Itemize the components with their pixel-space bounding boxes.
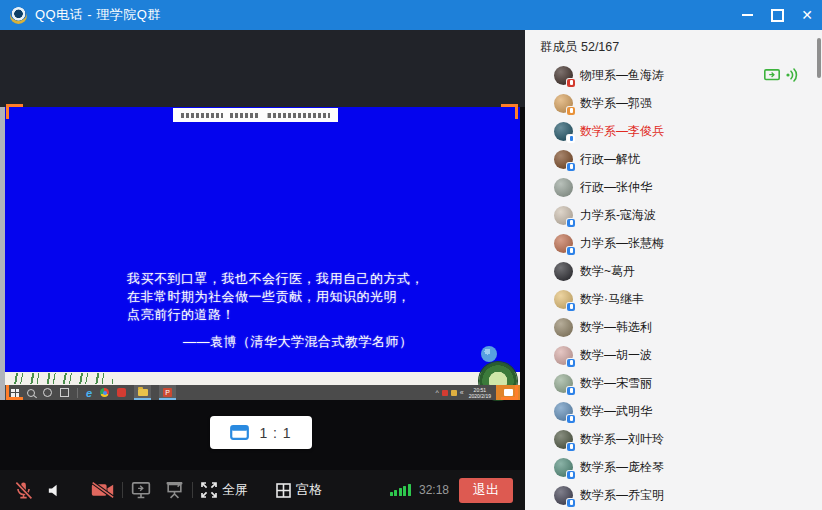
slide-attribution: ——袁博（清华大学混合式教学名师） [183,333,413,351]
green-calligraphy [13,373,113,384]
mic-muted-icon [14,481,33,500]
avatar [554,458,573,477]
mobile-badge-icon [567,415,575,423]
slide-line: 点亮前行的道路！ [127,306,424,324]
exit-button[interactable]: 退出 [459,478,513,503]
member-name: 数学·马继丰 [580,291,644,308]
member-row[interactable]: 数学·马继丰 [525,285,822,313]
projector-icon [165,481,184,499]
ie-icon: e [86,388,92,398]
mobile-badge-icon [567,443,575,451]
call-toolbar: 全屏 宫格 32:18 退出 [0,470,525,510]
members-header: 群成员 52/167 [540,39,822,56]
member-name: 数学系—李俊兵 [580,123,664,140]
mobile-badge-icon [567,135,575,143]
avatar [554,374,573,393]
members-panel: 群成员 52/167 物理系—鱼海涛 数学系—郭强 数学系—李俊兵 [525,30,822,510]
member-row[interactable]: 物理系—鱼海涛 [525,61,822,89]
qq-call-window: QQ电话 - 理学院Q群 ✕ 我买不到口罩，我也不会行医，我用自己的方式， 在非… [0,0,822,510]
member-name: 数学—胡一波 [580,347,652,364]
member-row[interactable]: 数学—韩选利 [525,313,822,341]
document-strip [5,372,520,385]
powerpoint-icon: P [159,385,176,400]
network-signal-icon [390,484,411,496]
member-row[interactable]: 行政—解忧 [525,145,822,173]
active-app-button [496,385,520,400]
camera-muted-button[interactable] [91,481,114,499]
avatar [554,402,573,421]
presentation-button[interactable] [165,481,184,499]
fullscreen-button[interactable]: 全屏 [201,481,248,499]
member-row[interactable]: 力学系—张慧梅 [525,229,822,257]
slide-line: 我买不到口罩，我也不会行医，我用自己的方式， [127,270,424,288]
avatar [554,262,573,281]
screen-share-view: 我买不到口罩，我也不会行医，我用自己的方式， 在非常时期为社会做一些贡献，用知识… [0,30,525,510]
avatar [554,122,573,141]
member-name: 行政—解忧 [580,151,640,168]
search-icon [27,389,35,397]
mobile-badge-icon [567,471,575,479]
window-title: QQ电话 - 理学院Q群 [35,6,161,24]
microphone-muted-button[interactable] [14,481,33,500]
minimize-button[interactable] [732,0,762,30]
speaking-icon [786,68,798,82]
mobile-badge-icon [567,107,575,115]
ratio-1-1-button[interactable]: 1 : 1 [210,416,312,449]
maximize-button[interactable] [762,0,792,30]
member-row[interactable]: 数学~葛丹 [525,257,822,285]
tray-red-icon [442,390,448,396]
member-name: 数学—韩选利 [580,319,652,336]
window-ratio-icon [230,425,249,440]
member-row[interactable]: 数学系—李俊兵 [525,117,822,145]
member-name: 数学—宋雪丽 [580,375,652,392]
avatar [554,290,573,309]
fullscreen-icon [201,482,217,498]
avatar [554,94,573,113]
share-screen-button[interactable] [131,481,151,499]
speaker-button[interactable] [46,482,63,499]
member-name: 力学系—张慧梅 [580,235,664,252]
slide-quote: 我买不到口罩，我也不会行医，我用自己的方式， 在非常时期为社会做一些贡献，用知识… [127,270,424,324]
member-name: 物理系—鱼海涛 [580,67,664,84]
member-row[interactable]: 力学系-寇海波 [525,201,822,229]
member-row[interactable]: 数学—宋雪丽 [525,369,822,397]
camera-muted-icon [91,481,114,499]
member-row[interactable]: 数学—武明华 [525,397,822,425]
grid-view-button[interactable]: 宫格 [276,481,322,499]
member-row[interactable]: 数学—胡一波 [525,341,822,369]
floating-avatar [481,346,497,362]
tray-chevron-icon: ^ [436,389,439,397]
member-row[interactable]: 数学系—刘叶玲 [525,425,822,453]
tray-yellow-icon [451,390,457,396]
member-name: 行政—张仲华 [580,179,652,196]
share-screen-icon [131,481,151,499]
avatar [554,206,573,225]
avatar [554,486,573,505]
avatar [554,234,573,253]
fullscreen-label: 全屏 [222,481,248,499]
task-view-icon [60,388,69,397]
member-name: 数学系—乔宝明 [580,487,664,504]
member-row[interactable]: 数学系—庞栓琴 [525,453,822,481]
avatar [554,430,573,449]
mobile-badge-icon [567,387,575,395]
mobile-badge-icon [567,303,575,311]
speaker-icon [46,482,63,499]
chrome-icon [100,388,109,397]
scrollbar[interactable] [817,38,821,78]
mobile-badge-icon [567,247,575,255]
member-row[interactable]: 数学系—郭强 [525,89,822,117]
close-button[interactable]: ✕ [792,0,822,30]
member-row[interactable]: 数学系—乔宝明 [525,481,822,509]
member-status-icons [764,68,798,82]
grid-icon [276,483,291,498]
member-row[interactable]: 行政—张仲华 [525,173,822,201]
titlebar: QQ电话 - 理学院Q群 ✕ [0,0,822,30]
avatar [554,346,573,365]
mobile-badge-icon [567,219,575,227]
cortana-icon [43,388,52,397]
sharing-screen-icon [764,69,780,82]
tray-volume-icon: « [460,389,464,397]
shared-windows-taskbar: e P ^ « 20:51 2020/2/19 [5,385,520,400]
mobile-badge-icon [567,163,575,171]
